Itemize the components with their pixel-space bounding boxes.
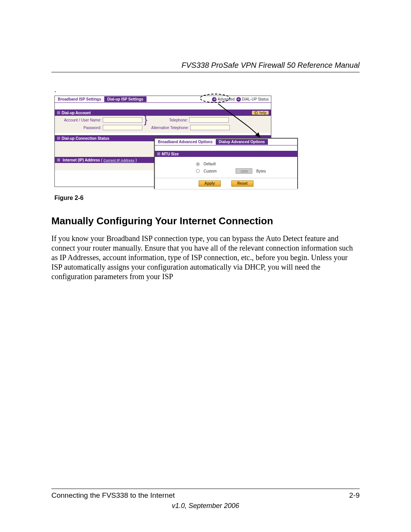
mtu-default-radio[interactable] [196, 162, 200, 166]
dialup-advanced-options-panel: Broadband Advanced Options Dialup Advanc… [154, 138, 298, 189]
mtu-custom-label: Custom [204, 169, 217, 173]
password-label: Password: [57, 126, 103, 130]
alt-telephone-input[interactable] [190, 125, 230, 130]
figure-2-6: Broadband ISP Settings Dial-up ISP Setti… [54, 96, 271, 190]
telephone-label: Telephone: [151, 118, 189, 122]
question-icon: ? [254, 111, 258, 115]
overlay-button-row: Apply Reset [155, 178, 297, 189]
help-label: help [259, 111, 266, 115]
dialup-account-header: Dial-up Account ?help [55, 110, 271, 116]
callout-oval [200, 94, 230, 103]
tab-dialup-isp-settings[interactable]: Dial-up ISP Settings [104, 96, 147, 102]
collapse-icon [57, 111, 60, 114]
apply-button[interactable]: Apply [199, 181, 221, 187]
doc-header-title: FVS338 ProSafe VPN Firewall 50 Reference… [51, 61, 360, 70]
collapse-icon [57, 158, 60, 161]
footer-chapter: Connecting the FVS338 to the Internet [51, 491, 175, 500]
dialup-conn-status-label: Dial-up Connection Status [62, 136, 109, 141]
collapse-icon [157, 152, 160, 155]
mtu-body: Default Custom 1500 Bytes [155, 157, 297, 178]
account-username-input[interactable] [103, 117, 142, 123]
reset-button[interactable]: Reset [231, 181, 253, 187]
mtu-default-label: Default [204, 162, 216, 166]
account-username-label: Account / User Name: [57, 118, 103, 122]
main-tab-row: Broadband ISP Settings Dial-up ISP Setti… [55, 96, 271, 103]
tab-dialup-advanced-options[interactable]: Dialup Advanced Options [216, 139, 268, 145]
brace-icon: } [142, 117, 149, 131]
footer-rule [51, 489, 360, 489]
header-rule [51, 72, 360, 72]
footer-version: v1.0, September 2006 [51, 502, 360, 510]
overlay-tab-row: Broadband Advanced Options Dialup Advanc… [155, 139, 297, 145]
dialup-status-link[interactable]: ➔ DIAL-UP Status [236, 97, 269, 102]
figure-caption: Figure 2-6 [54, 195, 360, 201]
mtu-size-label: MTU Size [162, 152, 178, 156]
password-input[interactable] [103, 125, 142, 130]
telephone-input[interactable] [189, 117, 229, 123]
alt-telephone-label: Alternative Telephone: [151, 126, 190, 130]
arrow-icon: ➔ [236, 97, 241, 102]
mtu-size-header: MTU Size [155, 151, 297, 157]
current-ip-link[interactable]: Current IP Address [104, 158, 135, 162]
mtu-custom-radio[interactable] [196, 169, 200, 173]
internet-ip-label: Internet (IP) Address [63, 158, 100, 162]
collapse-icon [57, 137, 60, 140]
section-body-text: If you know your Broadband ISP connectio… [51, 234, 360, 281]
dialup-status-link-label: DIAL-UP Status [242, 97, 269, 101]
leading-dot: . [54, 86, 360, 94]
dialup-account-body: Account / User Name: Password: } Telepho… [55, 116, 271, 133]
tab-broadband-advanced-options[interactable]: Broadband Advanced Options [155, 139, 216, 145]
help-button[interactable]: ?help [252, 111, 269, 115]
tab-broadband-isp-settings[interactable]: Broadband ISP Settings [55, 96, 104, 102]
section-heading: Manually Configuring Your Internet Conne… [51, 215, 360, 227]
footer-page-number: 2-9 [349, 491, 360, 500]
mtu-custom-input[interactable]: 1500 [236, 168, 252, 174]
dialup-account-header-label: Dial-up Account [62, 111, 91, 115]
page-footer: Connecting the FVS338 to the Internet 2-… [51, 489, 360, 510]
mtu-unit-label: Bytes [256, 169, 266, 173]
